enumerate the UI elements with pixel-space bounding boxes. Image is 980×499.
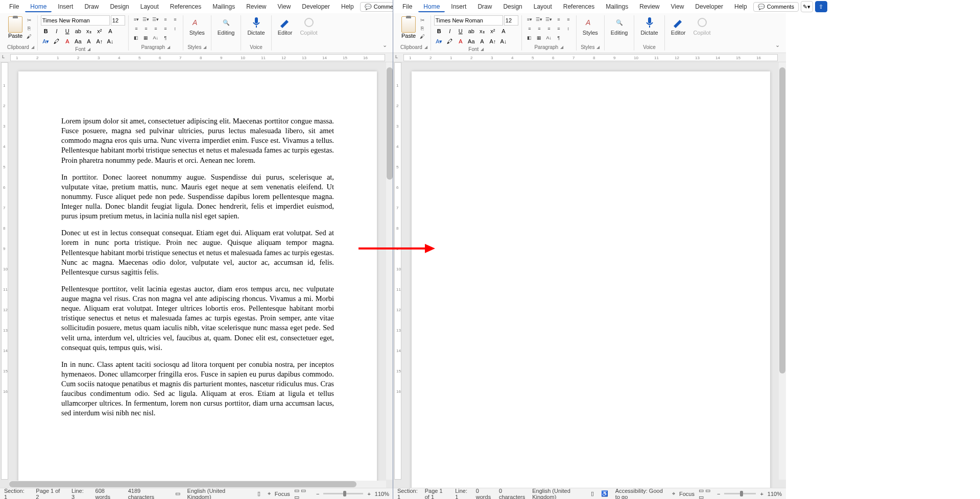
justify-button[interactable]: ≡ [554,24,563,33]
document-page[interactable] [412,71,770,488]
ribbon-collapse-button[interactable]: ⌄ [773,15,782,51]
font-name-select[interactable] [41,15,110,26]
font-color-split-button[interactable]: A▾ [434,37,444,46]
sort-button[interactable]: A↓ [544,34,554,42]
menu-mailings[interactable]: Mailings [207,1,240,12]
menu-insert[interactable]: Insert [446,1,471,12]
font-color-button[interactable]: A [62,37,73,46]
dialog-launcher-icon[interactable]: ◢ [424,45,427,49]
change-case-button[interactable]: Aa [466,37,476,46]
horizontal-ruler[interactable]: 1212345678910111213141516 [10,54,385,61]
tab-selector[interactable]: L [2,54,5,59]
status-section[interactable]: Section: 1 [4,488,29,500]
italic-button[interactable]: I [445,27,455,36]
borders-button[interactable]: ▦ [535,34,544,42]
menu-home[interactable]: Home [25,1,52,12]
editing-button[interactable]: 🔍 Editing [608,15,631,37]
dialog-launcher-icon[interactable]: ◢ [87,47,90,52]
menu-file[interactable]: File [397,1,417,12]
cut-button[interactable]: ✂ [418,16,426,23]
superscript-button[interactable]: x² [488,27,498,36]
multilevel-list-button[interactable]: ☰▾ [544,15,554,23]
font-size-select[interactable] [111,15,125,26]
strikethrough-button[interactable]: ab [466,27,476,36]
document-text[interactable]: Lorem ipsum dolor sit amet, consectetuer… [61,116,334,418]
shrink-font-button[interactable]: A↓ [498,37,509,46]
editing-mode-button[interactable]: ✎▾ [801,1,813,12]
spell-check-icon[interactable]: ▭ [175,490,180,497]
menu-design[interactable]: Design [105,1,134,12]
justify-button[interactable]: ≡ [161,24,170,33]
align-center-button[interactable]: ≡ [535,24,544,33]
grow-font-button[interactable]: A↑ [488,37,498,46]
zoom-in-button[interactable]: + [367,491,370,497]
zoom-slider[interactable] [323,493,363,494]
scroll-thumb[interactable] [387,67,393,180]
status-words[interactable]: 0 words [476,488,492,500]
menu-references[interactable]: References [165,1,206,12]
status-language[interactable]: English (United Kingdom) [532,488,584,500]
superscript-button[interactable]: x² [94,27,105,36]
bullets-button[interactable]: ≡▾ [525,15,534,23]
menu-insert[interactable]: Insert [53,1,78,12]
menu-help[interactable]: Help [729,1,752,12]
font-name-select[interactable] [434,15,503,26]
shrink-font-button[interactable]: A↓ [105,37,115,46]
menu-developer[interactable]: Developer [297,1,335,12]
grow-font-button[interactable]: A↑ [94,37,105,46]
underline-button[interactable]: U [456,27,466,36]
subscript-button[interactable]: x₂ [477,27,487,36]
dialog-launcher-icon[interactable]: ◢ [31,45,34,49]
font-color-button[interactable]: A [456,37,466,46]
align-center-button[interactable]: ≡ [141,24,151,33]
status-line[interactable]: Line: 1 [455,488,469,500]
status-language[interactable]: English (United Kingdom) [187,488,250,500]
sort-button[interactable]: A↓ [151,34,160,42]
editor-button[interactable]: Editor [668,15,689,37]
paste-button[interactable]: Paste [400,15,417,40]
copy-button[interactable]: ⎘ [25,24,33,32]
dictate-button[interactable]: Dictate [244,15,268,37]
menu-draw[interactable]: Draw [79,1,104,12]
shading-button[interactable]: ◧ [525,34,534,42]
view-buttons[interactable]: ▭ ▭ ▭ [294,487,312,500]
comments-button[interactable]: 💬 Comments [753,2,799,12]
status-focus[interactable]: Focus [679,491,695,497]
menu-review[interactable]: Review [634,1,664,12]
view-buttons[interactable]: ▭ ▭ ▭ [699,487,713,500]
vertical-scrollbar[interactable] [779,62,786,480]
align-left-button[interactable]: ≡ [132,24,141,33]
change-case-button[interactable]: Aa [73,37,83,46]
focus-icon[interactable]: ⌖ [672,490,675,497]
scroll-thumb[interactable] [9,481,356,487]
share-button[interactable]: ⇧ [815,1,827,12]
show-marks-button[interactable]: ¶ [554,34,563,42]
document-page[interactable]: Lorem ipsum dolor sit amet, consectetuer… [18,71,377,488]
status-line[interactable]: Line: 3 [71,488,88,500]
align-right-button[interactable]: ≡ [544,24,554,33]
line-spacing-button[interactable]: ↕ [564,24,573,33]
menu-help[interactable]: Help [336,1,359,12]
status-zoom[interactable]: 110% [768,491,782,497]
zoom-out-button[interactable]: − [717,491,720,497]
scroll-thumb[interactable] [779,67,785,373]
dialog-launcher-icon[interactable]: ◢ [596,45,600,49]
status-chars[interactable]: 4189 characters [128,488,168,500]
zoom-slider[interactable] [724,493,756,494]
font-size-select[interactable] [504,15,518,26]
menu-view[interactable]: View [666,1,689,12]
status-words[interactable]: 608 words [95,488,121,500]
styles-button[interactable]: A Styles [580,15,601,37]
clear-formatting-button[interactable]: A [477,37,487,46]
dialog-launcher-icon[interactable]: ◢ [481,47,484,52]
tab-selector[interactable]: L [395,54,398,59]
multilevel-list-button[interactable]: ☰▾ [151,15,160,23]
menu-review[interactable]: Review [241,1,271,12]
line-spacing-button[interactable]: ↕ [171,24,180,33]
text-effects-button[interactable]: A [498,27,509,36]
decrease-indent-button[interactable]: ≡ [554,15,563,23]
increase-indent-button[interactable]: ≡ [171,15,180,23]
vertical-scrollbar[interactable] [386,62,393,480]
show-marks-button[interactable]: ¶ [161,34,170,42]
status-chars[interactable]: 0 characters [499,488,525,500]
